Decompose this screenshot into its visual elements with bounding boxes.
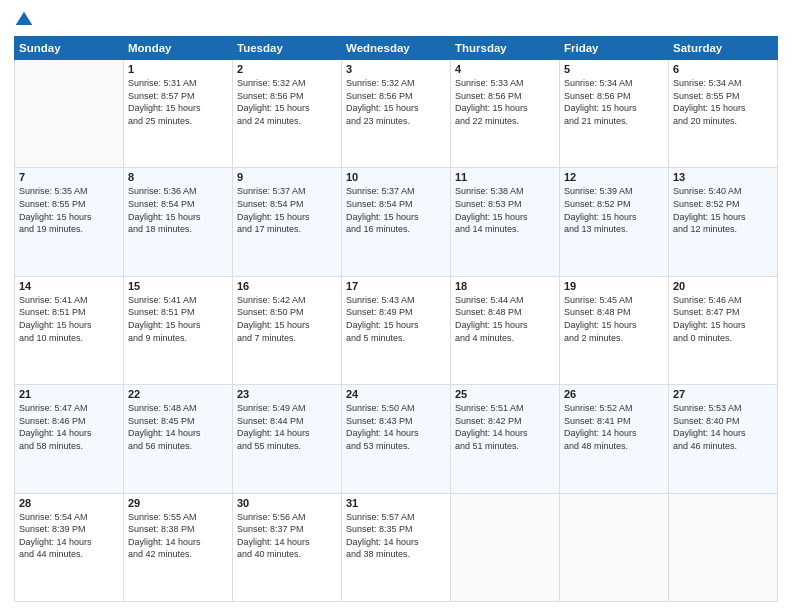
calendar-cell: 26Sunrise: 5:52 AM Sunset: 8:41 PM Dayli… [560,385,669,493]
day-info: Sunrise: 5:49 AM Sunset: 8:44 PM Dayligh… [237,402,337,452]
day-number: 12 [564,171,664,183]
week-row-2: 7Sunrise: 5:35 AM Sunset: 8:55 PM Daylig… [15,168,778,276]
day-number: 5 [564,63,664,75]
weekday-header-wednesday: Wednesday [342,37,451,60]
weekday-header-sunday: Sunday [15,37,124,60]
week-row-3: 14Sunrise: 5:41 AM Sunset: 8:51 PM Dayli… [15,276,778,384]
calendar-cell: 1Sunrise: 5:31 AM Sunset: 8:57 PM Daylig… [124,60,233,168]
calendar-cell: 24Sunrise: 5:50 AM Sunset: 8:43 PM Dayli… [342,385,451,493]
calendar-cell: 2Sunrise: 5:32 AM Sunset: 8:56 PM Daylig… [233,60,342,168]
calendar-cell: 28Sunrise: 5:54 AM Sunset: 8:39 PM Dayli… [15,493,124,601]
day-info: Sunrise: 5:53 AM Sunset: 8:40 PM Dayligh… [673,402,773,452]
calendar-cell: 8Sunrise: 5:36 AM Sunset: 8:54 PM Daylig… [124,168,233,276]
day-info: Sunrise: 5:43 AM Sunset: 8:49 PM Dayligh… [346,294,446,344]
calendar-cell: 19Sunrise: 5:45 AM Sunset: 8:48 PM Dayli… [560,276,669,384]
day-number: 17 [346,280,446,292]
day-info: Sunrise: 5:33 AM Sunset: 8:56 PM Dayligh… [455,77,555,127]
day-info: Sunrise: 5:44 AM Sunset: 8:48 PM Dayligh… [455,294,555,344]
calendar-cell: 5Sunrise: 5:34 AM Sunset: 8:56 PM Daylig… [560,60,669,168]
day-info: Sunrise: 5:34 AM Sunset: 8:55 PM Dayligh… [673,77,773,127]
day-number: 29 [128,497,228,509]
day-number: 10 [346,171,446,183]
day-number: 1 [128,63,228,75]
calendar-cell: 11Sunrise: 5:38 AM Sunset: 8:53 PM Dayli… [451,168,560,276]
day-info: Sunrise: 5:54 AM Sunset: 8:39 PM Dayligh… [19,511,119,561]
day-info: Sunrise: 5:41 AM Sunset: 8:51 PM Dayligh… [19,294,119,344]
day-info: Sunrise: 5:38 AM Sunset: 8:53 PM Dayligh… [455,185,555,235]
calendar-cell: 20Sunrise: 5:46 AM Sunset: 8:47 PM Dayli… [669,276,778,384]
day-number: 26 [564,388,664,400]
day-number: 3 [346,63,446,75]
day-info: Sunrise: 5:41 AM Sunset: 8:51 PM Dayligh… [128,294,228,344]
logo [14,10,38,30]
logo-icon [14,10,34,30]
day-info: Sunrise: 5:32 AM Sunset: 8:56 PM Dayligh… [346,77,446,127]
calendar-cell [669,493,778,601]
calendar-cell: 17Sunrise: 5:43 AM Sunset: 8:49 PM Dayli… [342,276,451,384]
day-info: Sunrise: 5:31 AM Sunset: 8:57 PM Dayligh… [128,77,228,127]
calendar-cell [560,493,669,601]
calendar-cell: 29Sunrise: 5:55 AM Sunset: 8:38 PM Dayli… [124,493,233,601]
day-info: Sunrise: 5:52 AM Sunset: 8:41 PM Dayligh… [564,402,664,452]
day-info: Sunrise: 5:35 AM Sunset: 8:55 PM Dayligh… [19,185,119,235]
weekday-header-thursday: Thursday [451,37,560,60]
calendar-cell: 9Sunrise: 5:37 AM Sunset: 8:54 PM Daylig… [233,168,342,276]
calendar-cell [15,60,124,168]
calendar-cell: 7Sunrise: 5:35 AM Sunset: 8:55 PM Daylig… [15,168,124,276]
day-info: Sunrise: 5:56 AM Sunset: 8:37 PM Dayligh… [237,511,337,561]
calendar-cell: 14Sunrise: 5:41 AM Sunset: 8:51 PM Dayli… [15,276,124,384]
day-info: Sunrise: 5:48 AM Sunset: 8:45 PM Dayligh… [128,402,228,452]
day-number: 15 [128,280,228,292]
calendar-page: SundayMondayTuesdayWednesdayThursdayFrid… [0,0,792,612]
day-number: 27 [673,388,773,400]
calendar-cell: 31Sunrise: 5:57 AM Sunset: 8:35 PM Dayli… [342,493,451,601]
svg-marker-0 [16,12,33,25]
day-number: 8 [128,171,228,183]
calendar-cell: 13Sunrise: 5:40 AM Sunset: 8:52 PM Dayli… [669,168,778,276]
calendar-cell: 27Sunrise: 5:53 AM Sunset: 8:40 PM Dayli… [669,385,778,493]
day-number: 22 [128,388,228,400]
calendar-cell: 15Sunrise: 5:41 AM Sunset: 8:51 PM Dayli… [124,276,233,384]
calendar-cell: 30Sunrise: 5:56 AM Sunset: 8:37 PM Dayli… [233,493,342,601]
week-row-1: 1Sunrise: 5:31 AM Sunset: 8:57 PM Daylig… [15,60,778,168]
day-number: 11 [455,171,555,183]
calendar-table: SundayMondayTuesdayWednesdayThursdayFrid… [14,36,778,602]
calendar-cell: 18Sunrise: 5:44 AM Sunset: 8:48 PM Dayli… [451,276,560,384]
calendar-cell: 16Sunrise: 5:42 AM Sunset: 8:50 PM Dayli… [233,276,342,384]
day-info: Sunrise: 5:36 AM Sunset: 8:54 PM Dayligh… [128,185,228,235]
day-number: 19 [564,280,664,292]
calendar-cell: 12Sunrise: 5:39 AM Sunset: 8:52 PM Dayli… [560,168,669,276]
day-info: Sunrise: 5:55 AM Sunset: 8:38 PM Dayligh… [128,511,228,561]
day-number: 4 [455,63,555,75]
day-info: Sunrise: 5:46 AM Sunset: 8:47 PM Dayligh… [673,294,773,344]
calendar-cell: 25Sunrise: 5:51 AM Sunset: 8:42 PM Dayli… [451,385,560,493]
calendar-cell: 22Sunrise: 5:48 AM Sunset: 8:45 PM Dayli… [124,385,233,493]
day-number: 25 [455,388,555,400]
week-row-5: 28Sunrise: 5:54 AM Sunset: 8:39 PM Dayli… [15,493,778,601]
day-number: 30 [237,497,337,509]
day-info: Sunrise: 5:34 AM Sunset: 8:56 PM Dayligh… [564,77,664,127]
calendar-cell: 21Sunrise: 5:47 AM Sunset: 8:46 PM Dayli… [15,385,124,493]
day-info: Sunrise: 5:57 AM Sunset: 8:35 PM Dayligh… [346,511,446,561]
day-info: Sunrise: 5:50 AM Sunset: 8:43 PM Dayligh… [346,402,446,452]
week-row-4: 21Sunrise: 5:47 AM Sunset: 8:46 PM Dayli… [15,385,778,493]
header [14,10,778,30]
day-number: 28 [19,497,119,509]
calendar-cell: 10Sunrise: 5:37 AM Sunset: 8:54 PM Dayli… [342,168,451,276]
day-info: Sunrise: 5:32 AM Sunset: 8:56 PM Dayligh… [237,77,337,127]
day-info: Sunrise: 5:37 AM Sunset: 8:54 PM Dayligh… [346,185,446,235]
day-info: Sunrise: 5:42 AM Sunset: 8:50 PM Dayligh… [237,294,337,344]
weekday-header-saturday: Saturday [669,37,778,60]
calendar-cell: 23Sunrise: 5:49 AM Sunset: 8:44 PM Dayli… [233,385,342,493]
weekday-header-tuesday: Tuesday [233,37,342,60]
day-info: Sunrise: 5:39 AM Sunset: 8:52 PM Dayligh… [564,185,664,235]
day-number: 16 [237,280,337,292]
day-number: 9 [237,171,337,183]
day-number: 24 [346,388,446,400]
day-number: 6 [673,63,773,75]
day-info: Sunrise: 5:40 AM Sunset: 8:52 PM Dayligh… [673,185,773,235]
weekday-header-row: SundayMondayTuesdayWednesdayThursdayFrid… [15,37,778,60]
day-number: 14 [19,280,119,292]
day-number: 13 [673,171,773,183]
day-number: 31 [346,497,446,509]
